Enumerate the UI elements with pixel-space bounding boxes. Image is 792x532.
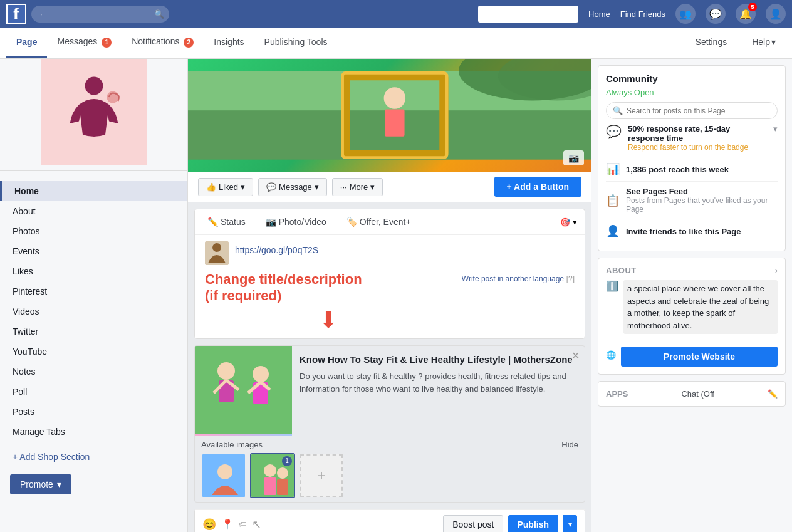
post-composer: ✏️ Status 📷 Photo/Video 🏷️ Offer, Event+… [194,209,585,339]
available-images-section: Available images Hide 1 [195,436,585,502]
annotation-text: Change title/description [205,271,452,288]
more-button[interactable]: ··· More ▾ [332,178,383,196]
image-thumb-1[interactable] [201,453,246,498]
page-search-input[interactable] [627,107,771,115]
sidebar-item-videos[interactable]: Videos [0,301,187,321]
page-search-bar[interactable]: 🔍 [606,102,778,119]
sidebar-item-posts[interactable]: Posts [0,402,187,422]
left-sidebar: Home About Photos Events Likes Pinterest… [0,59,188,532]
svg-point-6 [384,87,406,109]
home-link[interactable]: Home [588,9,610,19]
svg-point-26 [277,467,288,479]
tab-help[interactable]: Help ▾ [742,28,786,58]
sidebar-item-manage-tabs[interactable]: Manage Tabs [0,422,187,442]
sidebar-item-poll[interactable]: Poll [0,382,187,402]
publish-dropdown-button[interactable]: ▾ [563,515,577,532]
thumb-badge: 1 [282,456,292,466]
image-thumb-2[interactable]: 1 [250,453,295,498]
sidebar-item-pinterest[interactable]: Pinterest [0,281,187,301]
composer-tabs: ✏️ Status 📷 Photo/Video 🏷️ Offer, Event+… [195,209,585,235]
composer-targeting[interactable]: 🎯 ▾ [560,217,577,227]
tab-settings[interactable]: Settings [685,28,737,58]
promote-button[interactable]: Promote ▾ [10,474,71,494]
sidebar-item-youtube[interactable]: YouTube [0,342,187,362]
top-right-search[interactable] [478,6,578,23]
post-reach-label: 1,386 post reach this week [626,165,778,174]
sidebar-item-events[interactable]: Events [0,241,187,261]
annotation-arrow-icon: ⬇ [205,307,452,333]
see-pages-feed-label: See Pages Feed [626,187,778,196]
tab-publishing-tools[interactable]: Publishing Tools [254,28,338,58]
boost-post-button[interactable]: Boost post [443,515,503,532]
available-images-header: Available images Hide [201,440,578,449]
add-shop-section[interactable]: + Add Shop Section [0,447,187,467]
add-image-icon: + [300,454,343,497]
add-button-cta[interactable]: + Add a Button [494,177,581,197]
about-info-icon: ℹ️ [606,280,618,292]
invite-icon: 👤 [606,224,620,238]
sidebar-item-notes[interactable]: Notes [0,362,187,382]
write-lang-link[interactable]: Write post in another language [462,274,564,283]
invite-friends-row[interactable]: 👤 Invite friends to like this Page [606,219,778,243]
image-thumb-add[interactable]: + [299,453,344,498]
account-nav-icon[interactable]: 👤 [766,4,786,24]
publish-button[interactable]: Publish [508,515,558,532]
sidebar-item-home[interactable]: Home [0,181,187,201]
svg-point-17 [253,366,269,382]
apps-card: APPS Chat (Off ✏️ [598,381,786,407]
see-pages-feed-row[interactable]: 📋 See Pages Feed Posts from Pages that y… [606,181,778,219]
hide-images-link[interactable]: Hide [561,440,578,449]
apps-edit-icon[interactable]: ✏️ [768,389,778,399]
promote-chevron-icon: ▾ [57,479,61,489]
more-chevron-icon: ▾ [370,182,375,192]
tab-insights[interactable]: Insights [204,28,254,58]
messages-nav-icon[interactable]: 💬 [706,4,726,24]
invite-friends-label: Invite friends to like this Page [626,227,778,236]
composer-avatar [205,241,229,265]
sidebar-item-about[interactable]: About [0,201,187,221]
liked-button[interactable]: 👍 Liked ▾ [198,178,253,196]
link-preview-text-block: Know How To Stay Fit & Live Healthy Life… [292,346,585,436]
friends-icon[interactable]: 👥 [675,4,696,24]
message-button[interactable]: 💬 Message ▾ [258,178,327,196]
link-preview-close-btn[interactable]: ✕ [571,350,580,362]
promote-website-button[interactable]: Promote Website [621,347,778,367]
about-chevron-icon[interactable]: › [775,266,778,275]
notifications-nav-icon[interactable]: 🔔 5 [736,4,756,24]
reach-content: 1,386 post reach this week [626,165,778,174]
composer-tab-photo-video[interactable]: 📷 Photo/Video [261,214,331,229]
composer-url-display[interactable]: https://goo.gl/p0qT2S [235,241,575,259]
top-right-links: Home Find Friends 👥 💬 🔔 5 👤 [478,4,786,24]
annotation-text-block: Change title/description (if required) ⬇ [205,271,452,333]
tab-page[interactable]: Page [6,28,47,58]
search-input[interactable] [31,6,169,23]
tag-people-btn[interactable]: 🏷 [239,519,247,529]
cursor-icon: ↖ [252,518,261,531]
svg-rect-7 [385,110,404,137]
location-button[interactable]: 📍 [221,518,234,530]
emoji-button[interactable]: 😊 [202,518,216,531]
composer-input-area: https://goo.gl/p0qT2S [195,235,585,271]
tag-icon: 🏷️ [346,217,357,227]
camera-icon[interactable]: 📷 [563,150,584,165]
fb-logo-icon[interactable]: f [6,4,26,24]
composer-tab-status[interactable]: ✏️ Status [202,214,251,229]
tab-messages[interactable]: Messages 1 [47,28,122,58]
sidebar-item-photos[interactable]: Photos [0,221,187,241]
about-text: a special place where we cover all the a… [623,280,778,334]
about-section-label: ABOUT [606,266,637,275]
search-icon[interactable]: 🔍 [154,9,164,19]
sidebar-item-twitter[interactable]: Twitter [0,321,187,342]
find-friends-link[interactable]: Find Friends [620,9,665,19]
link-preview: ◀ ▶ ✕ [194,345,585,503]
more-dots-icon: ··· [340,182,347,192]
response-expand-icon[interactable]: ▾ [773,124,778,133]
svg-point-13 [217,362,235,380]
composer-tab-offer-event[interactable]: 🏷️ Offer, Event+ [341,214,416,229]
composer-right-actions: Boost post Publish ▾ [443,515,577,532]
tab-notifications[interactable]: Notifications 2 [122,28,204,58]
lang-section: Write post in another language [?] [462,274,575,283]
like-icon: 👍 [206,182,216,192]
link-preview-content: Know How To Stay Fit & Live Healthy Life… [195,346,585,436]
sidebar-item-likes[interactable]: Likes [0,261,187,281]
